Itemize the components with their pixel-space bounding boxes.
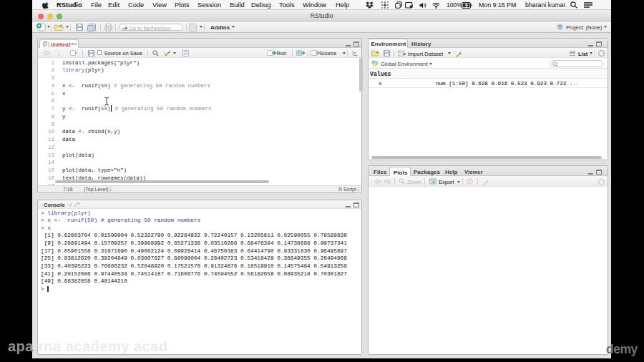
svg-text:R: R <box>558 24 562 29</box>
